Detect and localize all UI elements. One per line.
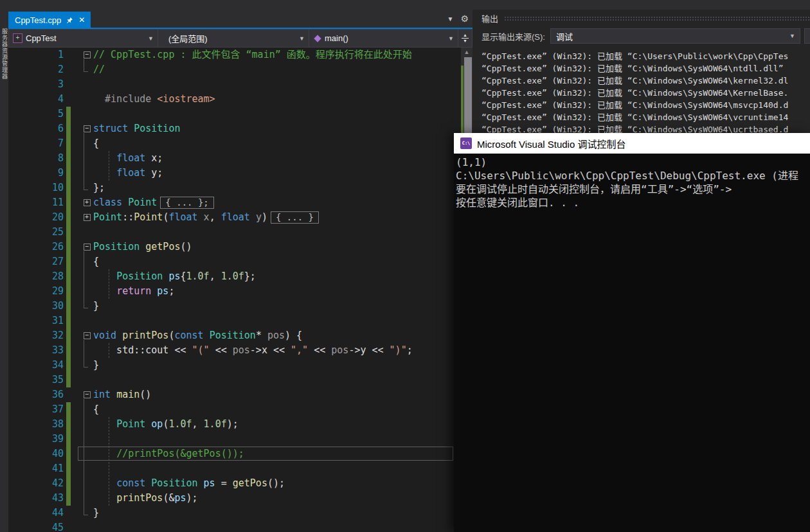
code-line-44[interactable]: 44} <box>8 506 473 520</box>
code-line-6[interactable]: 6−struct Position <box>8 121 473 136</box>
code-line-20[interactable]: 20+Point::Point(float x, float y){ ... } <box>8 210 473 225</box>
code-text[interactable]: { <box>93 136 473 151</box>
code-text[interactable]: float y; <box>93 166 473 181</box>
code-line-35[interactable]: 35 <box>8 373 473 387</box>
code-text[interactable] <box>93 314 473 328</box>
collapse-icon[interactable]: − <box>84 125 91 132</box>
change-margin <box>71 520 80 532</box>
code-line-28[interactable]: 28 Position ps{1.0f, 1.0f}; <box>8 269 473 284</box>
code-line-7[interactable]: 7{ <box>8 136 473 151</box>
expand-icon[interactable]: + <box>84 199 91 206</box>
gear-icon[interactable]: ⚙ <box>460 13 469 24</box>
line-number: 34 <box>8 358 71 373</box>
code-line-45[interactable]: 45 <box>8 520 473 532</box>
code-text[interactable]: int main() <box>93 387 473 402</box>
code-text[interactable] <box>93 107 473 121</box>
code-line-38[interactable]: 38 Point op(1.0f, 1.0f); <box>8 417 473 432</box>
code-text[interactable]: } <box>93 299 473 314</box>
code-text[interactable]: class Point{ ... }; <box>93 195 473 210</box>
code-line-33[interactable]: 33 std::cout << "(" << pos->x << "," << … <box>8 343 473 358</box>
line-number: 9 <box>8 166 71 181</box>
output-title-bar[interactable]: 输出 <box>473 10 810 26</box>
code-line-5[interactable]: 5 <box>8 107 473 121</box>
code-line-32[interactable]: 32−void printPos(const Position* pos) { <box>8 328 473 343</box>
code-text[interactable]: printPos(&ps); <box>93 491 473 506</box>
code-line-40[interactable]: 40 //printPos(&getPos()); <box>8 447 473 461</box>
code-line-11[interactable]: 11+class Point{ ... }; <box>8 195 473 210</box>
close-icon[interactable]: ✕ <box>78 17 85 24</box>
code-editor[interactable]: 1−// CppTest.cpp : 此文件包含 “main” 函数。程序执行将… <box>8 48 473 532</box>
code-text[interactable]: { <box>93 254 473 269</box>
collapse-icon[interactable]: − <box>84 244 91 251</box>
code-text[interactable]: Position ps{1.0f, 1.0f}; <box>93 269 473 284</box>
split-window-icon[interactable]: ▲▼ <box>458 29 473 48</box>
code-text[interactable] <box>93 461 473 476</box>
chevron-down-icon[interactable]: ▼ <box>447 15 454 22</box>
code-text[interactable]: struct Position <box>93 121 473 136</box>
code-text[interactable] <box>93 520 473 532</box>
code-text[interactable]: // CppTest.cpp : 此文件包含 “main” 函数。程序执行将在此… <box>93 48 473 62</box>
code-line-34[interactable]: 34} <box>8 358 473 373</box>
code-text[interactable]: void printPos(const Position* pos) { <box>93 328 473 343</box>
code-line-31[interactable]: 31 <box>8 314 473 328</box>
code-line-29[interactable]: 29 return ps; <box>8 284 473 299</box>
code-text[interactable]: //printPos(&getPos()); <box>93 447 473 461</box>
collapsed-region-box[interactable]: { ... } <box>271 211 319 224</box>
code-line-26[interactable]: 26−Position getPos() <box>8 240 473 254</box>
code-line-39[interactable]: 39 <box>8 432 473 447</box>
output-source-combobox[interactable]: 调试 ▼ <box>550 28 800 44</box>
code-text[interactable] <box>93 77 473 92</box>
code-text[interactable]: Point op(1.0f, 1.0f); <box>93 417 473 432</box>
code-line-2[interactable]: 2// <box>8 62 473 77</box>
collapse-icon[interactable]: − <box>84 51 91 58</box>
code-text[interactable]: std::cout << "(" << pos->x << "," << pos… <box>93 343 473 358</box>
code-line-36[interactable]: 36−int main() <box>8 387 473 402</box>
code-text[interactable]: { <box>93 402 473 417</box>
code-text[interactable] <box>93 225 473 240</box>
code-text[interactable]: } <box>93 506 473 520</box>
code-line-10[interactable]: 10}; <box>8 181 473 195</box>
console-output[interactable]: (1,1)C:\Users\Public\work\Cpp\CppTest\De… <box>454 154 810 532</box>
pin-icon[interactable] <box>66 17 73 24</box>
code-line-1[interactable]: 1−// CppTest.cpp : 此文件包含 “main” 函数。程序执行将… <box>8 48 473 62</box>
code-text[interactable]: Point::Point(float x, float y){ ... } <box>93 210 473 225</box>
code-line-42[interactable]: 42 const Position ps = getPos(); <box>8 476 473 491</box>
code-text[interactable] <box>93 373 473 387</box>
line-number: 29 <box>8 284 71 299</box>
console-title-bar[interactable]: C:\ Microsoft Visual Studio 调试控制台 <box>454 133 810 154</box>
code-line-27[interactable]: 27{ <box>8 254 473 269</box>
code-line-25[interactable]: 25 <box>8 225 473 240</box>
code-line-9[interactable]: 9 float y; <box>8 166 473 181</box>
project-dropdown[interactable]: + CppTest ▼ <box>8 29 158 48</box>
code-text[interactable]: #include <iostream> <box>93 92 473 107</box>
code-text[interactable]: float x; <box>93 151 473 166</box>
change-margin <box>71 136 80 151</box>
code-line-37[interactable]: 37{ <box>8 402 473 417</box>
expand-icon[interactable]: + <box>84 214 91 221</box>
member-dropdown[interactable]: main() ▼ <box>309 29 458 48</box>
line-number: 43 <box>8 491 71 506</box>
collapse-icon[interactable]: − <box>84 332 91 339</box>
code-text[interactable]: // <box>93 62 473 77</box>
change-margin <box>71 107 80 121</box>
collapsed-region-box[interactable]: { ... }; <box>160 197 213 209</box>
scope-dropdown[interactable]: (全局范围) ▼ <box>158 29 309 48</box>
code-line-8[interactable]: 8 float x; <box>8 151 473 166</box>
cpp-project-icon: + <box>13 33 22 43</box>
output-toolbar-clipped-button[interactable] <box>804 28 810 44</box>
code-text[interactable]: Position getPos() <box>93 240 473 254</box>
code-text[interactable]: } <box>93 358 473 373</box>
code-line-3[interactable]: 3 <box>8 77 473 92</box>
tab-cpptest-cpp[interactable]: CppTest.cpp ✕ <box>8 12 91 29</box>
code-line-43[interactable]: 43 printPos(&ps); <box>8 491 473 506</box>
code-text[interactable]: }; <box>93 181 473 195</box>
code-text[interactable]: const Position ps = getPos(); <box>93 476 473 491</box>
line-number: 41 <box>8 461 71 476</box>
code-text[interactable]: return ps; <box>93 284 473 299</box>
code-line-4[interactable]: 4 #include <iostream> <box>8 92 473 107</box>
change-margin <box>71 166 80 181</box>
collapse-icon[interactable]: − <box>84 391 91 398</box>
code-line-30[interactable]: 30} <box>8 299 473 314</box>
code-text[interactable] <box>93 432 473 447</box>
code-line-41[interactable]: 41 <box>8 461 473 476</box>
